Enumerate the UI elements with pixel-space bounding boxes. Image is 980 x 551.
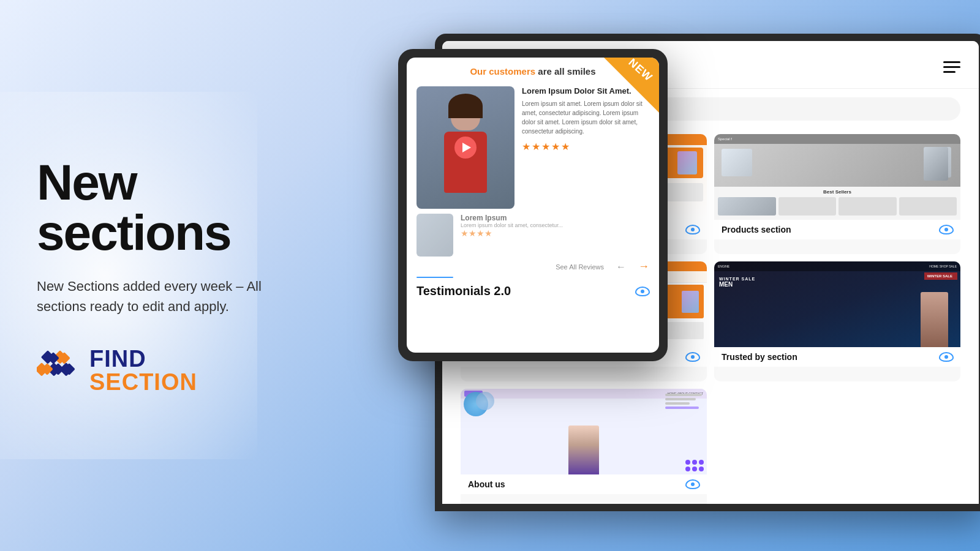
products-hero-image — [714, 144, 960, 187]
faq-preview-eye[interactable] — [686, 225, 699, 234]
about-person-figure — [568, 425, 599, 474]
trusted-card-name: Trusted by section — [722, 352, 797, 362]
tablet-screen: NEW Our customers are all smiles — [407, 58, 659, 353]
play-triangle — [462, 143, 471, 152]
products-items-row — [714, 196, 960, 217]
about-purple-dots — [685, 460, 704, 471]
about-card-footer: About us — [461, 474, 707, 494]
logo-section: SECTION — [89, 370, 197, 394]
product-item-4 — [899, 197, 957, 216]
about-circle-2-element — [476, 392, 494, 410]
products-section-card[interactable]: Special f Best Sellers — [714, 134, 960, 254]
testimonial-card-footer: Testimonials 2.0 — [407, 278, 659, 303]
product-item-2 — [778, 197, 837, 216]
store-hero-figure — [682, 291, 699, 313]
products-card-footer: Products section — [714, 220, 960, 239]
about-text-lines — [665, 394, 702, 409]
subtext: New Sections added every week – All sect… — [37, 276, 294, 317]
woman-hair — [448, 94, 483, 118]
products-thumbnail: Special f Best Sellers — [714, 134, 960, 220]
products-header-bar: Special f — [714, 134, 960, 144]
second-review: Lorem Ipsum Lorem ipsum dolor sit amet, … — [407, 214, 659, 257]
products-best-sellers: Best Sellers — [714, 187, 960, 196]
testimonial-preview-eye[interactable] — [636, 287, 649, 296]
product-item-1 — [718, 197, 776, 216]
headline: New sections — [37, 157, 294, 258]
left-panel: New sections New Sections added every we… — [37, 0, 294, 551]
about-card-name: About us — [468, 479, 505, 489]
logo-find: FIND — [89, 347, 197, 370]
woman-head — [451, 99, 480, 130]
products-preview-eye[interactable] — [940, 225, 953, 234]
about-preview-eye[interactable] — [686, 479, 699, 489]
testimonial-photo — [417, 86, 514, 209]
testimonial-colored-text: Our customers — [470, 66, 535, 77]
testimonial-card-title: Testimonials 2.0 — [417, 284, 511, 298]
products-card-name: Products section — [722, 225, 791, 234]
testimonial-rest-text: are all smiles — [538, 66, 595, 77]
second-review-photo — [417, 214, 453, 257]
second-review-title: Lorem Ipsum — [461, 214, 649, 222]
trusted-thumbnail: ENGINE HOME SHOP SALE WINTER SALE MEN WI… — [714, 261, 960, 347]
hamburger-icon[interactable] — [943, 61, 960, 73]
second-review-body: Lorem ipsum dolor sit amet, consectetur.… — [461, 222, 649, 228]
see-all-text: See All Reviews — [556, 263, 604, 271]
logo-text: FIND SECTION — [89, 347, 197, 394]
see-all-link[interactable]: See All Reviews ← → — [407, 257, 659, 277]
about-section-card[interactable]: HOME ABOUT CONTACT — [461, 389, 707, 504]
store-hero-preview-eye[interactable] — [686, 352, 699, 362]
logo-icon — [37, 349, 80, 392]
trusted-section-card[interactable]: ENGINE HOME SHOP SALE WINTER SALE MEN WI… — [714, 261, 960, 381]
tablet-mockup: NEW Our customers are all smiles — [398, 49, 668, 361]
mockup-area: Updated Sections Search for Sections in … — [337, 0, 980, 551]
trusted-card-footer: Trusted by section — [714, 347, 960, 367]
about-thumbnail: HOME ABOUT CONTACT — [461, 389, 707, 474]
testimonial-stars: ★★★★★ — [522, 141, 649, 152]
headline-line1: New — [37, 154, 137, 210]
headline-line2: sections — [37, 204, 231, 260]
logo-area: FIND SECTION — [37, 347, 294, 394]
product-item-3 — [839, 197, 897, 216]
faq-hero-image — [677, 151, 697, 174]
second-review-stars: ★★★★ — [461, 228, 649, 238]
arrow-right[interactable]: → — [638, 260, 649, 273]
arrow-left[interactable]: ← — [616, 261, 626, 272]
trusted-preview-eye[interactable] — [940, 352, 953, 362]
play-button[interactable] — [454, 137, 477, 159]
trusted-figure — [921, 292, 948, 347]
